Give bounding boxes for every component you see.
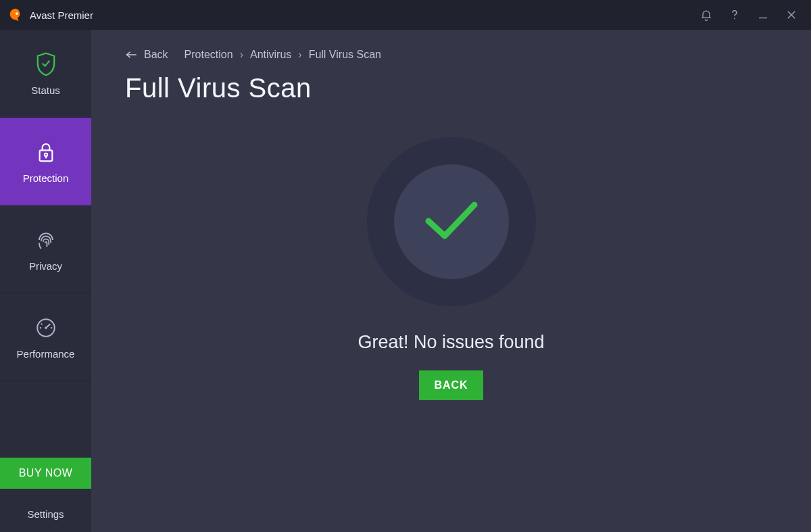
back-button[interactable]: BACK xyxy=(419,370,483,400)
gauge-icon xyxy=(34,314,57,341)
breadcrumb-protection[interactable]: Protection xyxy=(185,49,233,61)
fingerprint-icon xyxy=(34,226,57,253)
svg-line-13 xyxy=(41,324,41,324)
main-content: Back Protection › Antivirus › Full Virus… xyxy=(91,30,811,532)
app-title: Avast Premier xyxy=(30,9,93,21)
scan-result-area: Great! No issues found BACK xyxy=(125,103,777,512)
sidebar-item-performance[interactable]: Performance xyxy=(0,293,91,381)
breadcrumb-back[interactable]: Back xyxy=(144,49,168,61)
svg-point-6 xyxy=(44,153,47,156)
lock-icon xyxy=(35,139,57,166)
chevron-right-icon: › xyxy=(240,49,243,61)
notifications-icon[interactable] xyxy=(692,0,720,30)
sidebar-item-label: Performance xyxy=(17,348,75,360)
sidebar-item-label: Protection xyxy=(23,172,69,184)
titlebar: Avast Premier xyxy=(0,0,811,30)
close-icon[interactable] xyxy=(777,0,806,30)
help-icon[interactable] xyxy=(720,0,749,30)
sidebar-item-label: Status xyxy=(31,84,60,96)
breadcrumb-full-virus-scan[interactable]: Full Virus Scan xyxy=(309,49,381,61)
breadcrumb: Back Protection › Antivirus › Full Virus… xyxy=(125,49,777,61)
settings-link[interactable]: Settings xyxy=(0,495,91,532)
sidebar-item-privacy[interactable]: Privacy xyxy=(0,205,91,293)
svg-point-10 xyxy=(45,327,47,329)
sidebar-item-protection[interactable]: Protection xyxy=(0,118,91,205)
result-text: Great! No issues found xyxy=(358,332,544,353)
avast-logo-icon xyxy=(8,7,23,22)
chevron-right-icon: › xyxy=(298,49,301,61)
sidebar-item-status[interactable]: Status xyxy=(0,30,91,118)
svg-point-1 xyxy=(734,18,735,20)
result-circle-inner xyxy=(394,164,509,279)
sidebar: Status Protection xyxy=(0,30,91,532)
result-circle xyxy=(367,137,536,306)
page-title: Full Virus Scan xyxy=(125,73,777,103)
buy-now-button[interactable]: BUY NOW xyxy=(0,458,91,489)
sidebar-item-label: Privacy xyxy=(29,260,62,272)
svg-point-0 xyxy=(16,12,18,15)
breadcrumb-antivirus[interactable]: Antivirus xyxy=(250,49,291,61)
shield-check-icon xyxy=(34,51,57,78)
minimize-icon[interactable] xyxy=(749,0,777,30)
back-arrow-icon[interactable] xyxy=(125,49,139,60)
checkmark-icon xyxy=(420,197,483,247)
